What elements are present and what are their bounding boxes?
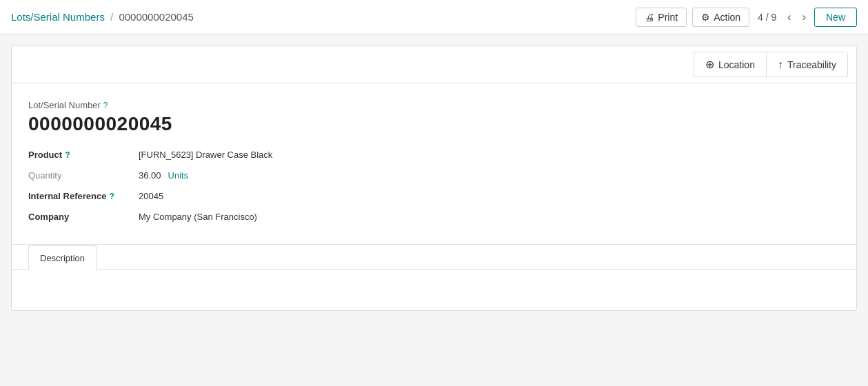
company-value: My Company (San Francisco)	[139, 212, 257, 222]
header-actions: Print Action 4 / 9 ‹ › New	[636, 8, 857, 27]
traceability-icon: ↑	[778, 59, 783, 71]
tab-description-label: Description	[40, 253, 85, 263]
quantity-label: Quantity	[28, 170, 61, 181]
record-card: ⊕ Location ↑ Traceability Lot/Serial Num…	[11, 45, 857, 311]
quantity-value: 36.00	[139, 170, 161, 181]
breadcrumb: Lots/Serial Numbers / 0000000020045	[11, 11, 194, 23]
quantity-unit-link[interactable]: Units	[168, 170, 189, 181]
traceability-button[interactable]: ↑ Traceability	[766, 52, 848, 77]
location-label: Location	[718, 59, 755, 70]
quantity-value-cell: 36.00 Units	[139, 170, 511, 181]
move-icon: ⊕	[705, 58, 714, 71]
nav-next-button[interactable]: ›	[800, 10, 809, 24]
lot-serial-help-icon[interactable]: ?	[103, 101, 108, 110]
top-header: Lots/Serial Numbers / 0000000020045 Prin…	[0, 0, 868, 34]
breadcrumb-current: 0000000020045	[119, 11, 193, 23]
card-toolbar: ⊕ Location ↑ Traceability	[12, 46, 856, 83]
action-button[interactable]: Action	[692, 8, 749, 27]
print-button[interactable]: Print	[636, 8, 687, 27]
product-help-icon[interactable]: ?	[65, 150, 70, 160]
nav-counter: 4 / 9	[758, 12, 776, 23]
breadcrumb-link[interactable]: Lots/Serial Numbers	[11, 11, 105, 23]
quantity-label-cell: Quantity	[28, 170, 139, 181]
tab-description[interactable]: Description	[28, 245, 97, 270]
breadcrumb-separator: /	[110, 11, 113, 23]
action-label: Action	[714, 12, 740, 23]
serial-number-value: 0000000020045	[28, 113, 840, 135]
lot-serial-label-group: Lot/Serial Number ?	[28, 100, 840, 110]
form-grid: Product ? [FURN_5623] Drawer Case Black …	[28, 149, 511, 222]
company-label-cell: Company	[28, 211, 139, 222]
product-label: Product	[28, 150, 62, 160]
product-label-cell: Product ?	[28, 149, 139, 160]
tabs-container: Description	[12, 244, 856, 269]
internal-ref-label-cell: Internal Reference ?	[28, 190, 139, 201]
traceability-label: Traceability	[787, 59, 836, 70]
form-body: Lot/Serial Number ? 0000000020045 Produc…	[12, 83, 856, 233]
internal-ref-label: Internal Reference	[28, 191, 106, 201]
new-button[interactable]: New	[814, 8, 857, 27]
main-content: ⊕ Location ↑ Traceability Lot/Serial Num…	[0, 34, 868, 322]
company-label: Company	[28, 212, 69, 222]
internal-ref-value-cell: 20045	[139, 190, 511, 201]
nav-prev-button[interactable]: ‹	[785, 10, 794, 24]
print-icon	[645, 12, 654, 23]
gear-icon	[701, 12, 710, 23]
lot-serial-label: Lot/Serial Number	[28, 100, 101, 110]
product-value: [FURN_5623] Drawer Case Black	[139, 150, 272, 160]
print-label: Print	[658, 12, 678, 23]
tab-content-description	[12, 269, 856, 310]
product-value-cell: [FURN_5623] Drawer Case Black	[139, 149, 511, 160]
internal-ref-value: 20045	[139, 191, 163, 201]
internal-ref-help-icon[interactable]: ?	[109, 192, 114, 201]
location-button[interactable]: ⊕ Location	[694, 52, 766, 77]
company-value-cell: My Company (San Francisco)	[139, 211, 511, 222]
